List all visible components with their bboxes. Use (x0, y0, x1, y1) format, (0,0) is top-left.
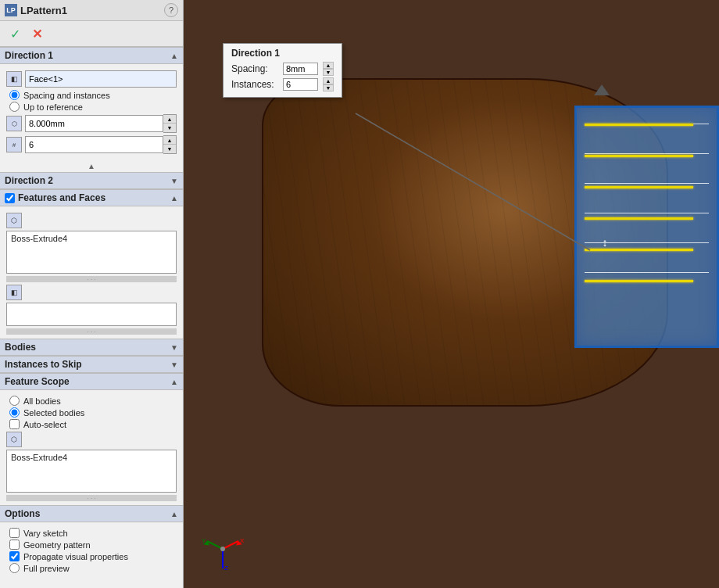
spacing-spinner: ▲ ▼ (163, 114, 177, 133)
features-divider[interactable]: · · · (6, 276, 177, 282)
features-item-1: Boss-Extrude4 (9, 233, 174, 244)
callout-instances-input[interactable] (283, 78, 318, 91)
spacing-row: ⬡ ▲ ▼ (6, 114, 177, 133)
instances-input[interactable] (25, 136, 163, 153)
full-preview-label: Full preview (23, 564, 70, 573)
auto-select-row: Auto-select (9, 419, 177, 429)
callout-title: Direction 1 (231, 48, 334, 59)
faces-listbox[interactable] (6, 303, 177, 326)
up-to-reference-radio-row: Up to reference (9, 102, 177, 112)
callout-instances-row: Instances: ▲ ▼ (231, 77, 334, 91)
callout-spacing-spinner: ▲ ▼ (323, 62, 334, 76)
features-add-icon: ⬡ (6, 213, 22, 228)
callout-spacing-row: Spacing: ▲ ▼ (231, 62, 334, 76)
features-faces-checkbox[interactable] (5, 193, 15, 203)
propagate-visual-checkbox[interactable] (9, 551, 20, 561)
direction1-face-input[interactable] (25, 70, 177, 88)
direction1-title: Direction 1 (5, 50, 53, 61)
instances-to-skip-header[interactable]: Instances to Skip ▼ (0, 356, 183, 373)
callout-spacing-up[interactable]: ▲ (323, 62, 334, 69)
title-bar: LP LPattern1 ? (0, 0, 183, 21)
feature-scope-title: Feature Scope (5, 376, 70, 387)
callout-spacing-input[interactable] (283, 63, 318, 75)
callout-instances-label: Instances: (231, 79, 278, 90)
all-bodies-radio[interactable] (9, 396, 20, 406)
faces-icon-row: ◧ (6, 285, 177, 300)
direction2-chevron: ▼ (170, 177, 178, 185)
help-button[interactable]: ? (164, 3, 178, 17)
feature-scope-content: All bodies Selected bodies Auto-select ⬡… (0, 390, 183, 505)
spacing-input[interactable] (25, 115, 163, 132)
instances-row: # ▲ ▼ (6, 135, 177, 154)
svg-line-3 (207, 541, 223, 549)
geometry-pattern-row: Geometry pattern (9, 540, 177, 550)
vary-sketch-label: Vary sketch (23, 529, 68, 538)
blue-feature (574, 106, 719, 348)
callout-instances-spinner: ▲ ▼ (323, 77, 334, 91)
full-preview-radio[interactable] (9, 563, 20, 573)
direction1-collapse[interactable]: ▲ (0, 160, 183, 172)
yellow-line-2 (585, 155, 693, 157)
feature-scope-chevron: ▲ (170, 378, 178, 386)
ok-button[interactable]: ✓ (6, 25, 23, 42)
all-bodies-label: All bodies (23, 396, 61, 406)
options-chevron: ▲ (170, 510, 178, 518)
spacing-instances-radio[interactable] (9, 90, 20, 100)
callout-box: Direction 1 Spacing: ▲ ▼ Instances: ▲ ▼ (223, 43, 342, 98)
feature-scope-header[interactable]: Feature Scope ▲ (0, 373, 183, 390)
features-faces-header[interactable]: Features and Faces ▲ (0, 189, 183, 206)
features-listbox[interactable]: Boss-Extrude4 (6, 231, 177, 274)
left-panel: LP LPattern1 ? ✓ ✕ Direction 1 ▲ ◧ Spaci… (0, 0, 184, 588)
callout-spacing-down[interactable]: ▼ (323, 69, 334, 76)
yellow-lines-group (585, 124, 693, 282)
action-bar: ✓ ✕ (0, 21, 183, 47)
svg-text:X: X (240, 537, 245, 544)
feature-scope-listbox[interactable]: Boss-Extrude4 (6, 450, 177, 493)
geometry-pattern-label: Geometry pattern (23, 540, 91, 550)
yellow-line-6 (585, 280, 693, 282)
direction2-header[interactable]: Direction 2 ▼ (0, 172, 183, 189)
instances-down[interactable]: ▼ (163, 145, 176, 153)
title-bar-left: LP LPattern1 (5, 4, 67, 16)
spacing-down[interactable]: ▼ (163, 124, 176, 132)
bodies-header[interactable]: Bodies ▼ (0, 339, 183, 356)
instances-icon: # (6, 137, 22, 152)
direction1-face-row: ◧ (6, 70, 177, 88)
all-bodies-row: All bodies (9, 396, 177, 406)
callout-instances-down[interactable]: ▼ (323, 84, 334, 91)
full-preview-row: Full preview (9, 563, 177, 573)
direction2-title: Direction 2 (5, 175, 53, 186)
direction1-face-icon: ◧ (6, 71, 22, 87)
faces-divider[interactable]: · · · (6, 328, 177, 335)
spacing-icon: ⬡ (6, 116, 22, 131)
options-title: Options (5, 508, 40, 519)
svg-line-2 (223, 541, 238, 549)
bodies-title: Bodies (5, 342, 36, 353)
features-faces-header-left: Features and Faces (5, 192, 106, 203)
propagate-visual-label: Propagate visual properties (23, 552, 128, 561)
features-faces-title: Features and Faces (18, 192, 106, 203)
up-to-reference-label: Up to reference (23, 102, 83, 112)
spacing-instances-label: Spacing and instances (23, 91, 110, 100)
auto-select-checkbox[interactable] (9, 419, 20, 429)
scope-divider[interactable]: · · · (6, 495, 177, 501)
selected-bodies-radio[interactable] (9, 407, 20, 418)
feature-scope-body-icon: ⬡ (6, 432, 22, 447)
geometry-pattern-checkbox[interactable] (9, 540, 20, 550)
svg-text:Z: Z (224, 565, 228, 572)
vary-sketch-checkbox[interactable] (9, 528, 20, 538)
callout-spacing-label: Spacing: (231, 63, 278, 74)
spacing-up[interactable]: ▲ (163, 115, 176, 124)
direction1-header[interactable]: Direction 1 ▲ (0, 47, 183, 64)
instances-to-skip-chevron: ▼ (170, 360, 178, 369)
svg-text:Y: Y (202, 537, 206, 544)
cancel-button[interactable]: ✕ (28, 25, 45, 42)
yellow-line-3 (585, 186, 693, 188)
up-to-reference-radio[interactable] (9, 102, 20, 112)
axis-indicator-svg: X Y Z (199, 525, 246, 572)
callout-instances-up[interactable]: ▲ (323, 77, 334, 84)
options-header[interactable]: Options ▲ (0, 505, 183, 522)
lpattern-icon: LP (5, 4, 17, 16)
instances-up[interactable]: ▲ (163, 136, 176, 145)
yellow-line-4 (585, 217, 693, 220)
